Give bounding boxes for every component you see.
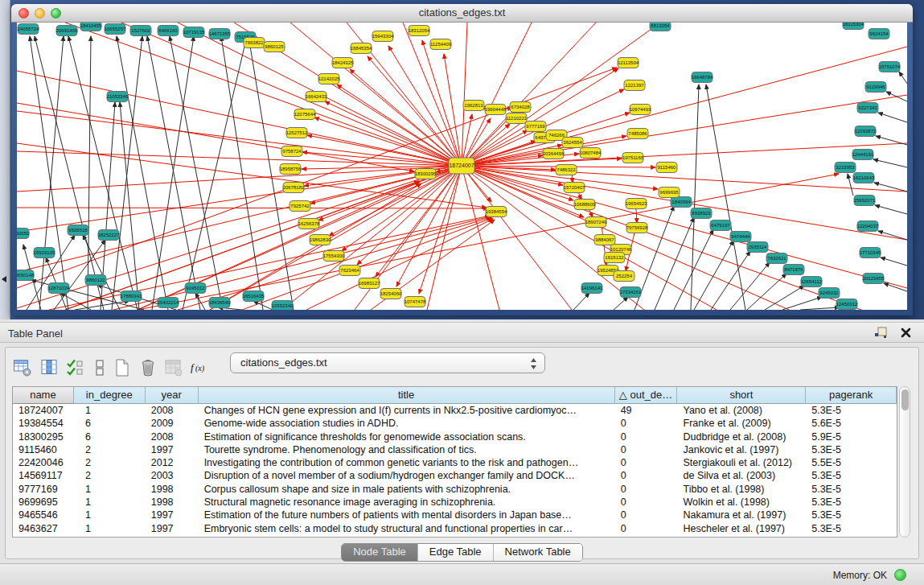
network-node[interactable]: 9115460 xyxy=(656,163,677,173)
table-cell[interactable]: 5.3E-5 xyxy=(806,522,897,535)
network-node[interactable]: 10688609 xyxy=(574,200,596,210)
network-node[interactable]: 7485086 xyxy=(627,129,648,139)
row-height-button[interactable] xyxy=(89,356,110,378)
column-header-year[interactable]: year xyxy=(146,387,199,404)
table-cell[interactable]: 18300295 xyxy=(13,431,74,443)
network-node[interactable]: 20678182 xyxy=(283,183,305,193)
table-cell[interactable]: 22420046 xyxy=(13,456,74,469)
table-cell[interactable]: Estimation of significance thresholds fo… xyxy=(199,431,615,443)
network-node[interactable]: 9245012 xyxy=(185,283,206,294)
network-node[interactable]: 21053346 xyxy=(107,92,129,102)
network-node[interactable]: 24055724 xyxy=(18,24,39,35)
table-cell[interactable]: Dudbridge et al. (2008) xyxy=(678,431,807,443)
table-cell[interactable]: Tourette syndrome. Phenomenology and cla… xyxy=(199,443,615,456)
network-edge[interactable] xyxy=(765,286,804,310)
table-row[interactable]: 1938455462009Genome-wide association stu… xyxy=(13,417,897,430)
network-node[interactable]: 1221397 xyxy=(624,80,645,91)
network-edge[interactable] xyxy=(17,111,462,166)
network-edge[interactable] xyxy=(800,307,840,310)
network-node[interactable]: 9245032 xyxy=(819,288,840,299)
row-selection-button[interactable] xyxy=(65,356,86,378)
network-node[interactable]: 20402214 xyxy=(158,298,179,308)
network-edge[interactable] xyxy=(314,117,462,166)
network-node[interactable]: 7632621 xyxy=(766,253,787,264)
network-node[interactable]: 8938923 xyxy=(691,208,712,219)
network-node[interactable]: 12450312 xyxy=(836,299,858,310)
table-cell[interactable]: 2008 xyxy=(146,404,199,417)
table-cell[interactable]: 5.3E-5 xyxy=(806,509,897,521)
network-node[interactable]: 9860125 xyxy=(264,42,285,52)
table-cell[interactable]: 1 xyxy=(74,496,146,509)
table-cell[interactable]: 6 xyxy=(74,417,146,430)
network-node[interactable]: 10654112 xyxy=(801,277,823,287)
network-node[interactable]: 12204037 xyxy=(857,221,879,232)
table-row[interactable]: 1872400712008Changes of HCN gene express… xyxy=(13,404,897,417)
network-edge[interactable] xyxy=(573,293,589,310)
table-row[interactable]: 977716911998Corpus callosum shape and si… xyxy=(13,483,897,496)
network-node[interactable]: 9860122 xyxy=(85,275,106,286)
network-edge[interactable] xyxy=(462,166,907,288)
table-row[interactable]: 969969511998Structural magnetic resonanc… xyxy=(13,496,897,509)
table-row[interactable]: 2242004622012Investigating the contribut… xyxy=(13,456,897,469)
table-cell[interactable]: Franke et al. (2009) xyxy=(678,417,807,430)
network-node[interactable]: 16648784 xyxy=(692,72,713,83)
network-node[interactable]: 252254 xyxy=(614,271,634,282)
network-node[interactable]: 16642433 xyxy=(306,92,327,102)
network-node[interactable]: 9758724 xyxy=(281,146,302,157)
scrollbar-thumb[interactable] xyxy=(901,389,909,410)
network-edge[interactable] xyxy=(876,136,907,145)
network-node[interactable]: 18300295 xyxy=(415,169,437,179)
memory-ok-indicator-icon[interactable] xyxy=(894,569,906,581)
network-edge[interactable] xyxy=(195,293,205,310)
network-node[interactable]: 12093872 xyxy=(855,126,877,137)
network-node[interactable]: 9227343 xyxy=(857,103,878,113)
network-node[interactable]: 17710345 xyxy=(860,248,881,258)
network-node[interactable]: 14671355 xyxy=(209,29,231,39)
network-node[interactable]: 7925742 xyxy=(290,201,310,212)
table-cell[interactable]: 1 xyxy=(74,522,146,535)
create-column-button[interactable] xyxy=(112,356,133,378)
table-cell[interactable]: 5.5E-5 xyxy=(806,456,897,469)
network-edge[interactable] xyxy=(462,166,499,310)
network-node[interactable]: 18958756 xyxy=(280,164,302,175)
network-node[interactable]: 1962813 xyxy=(463,101,484,111)
network-edge[interactable] xyxy=(881,257,907,266)
column-header-name[interactable]: name xyxy=(13,387,74,404)
network-node[interactable]: 10807484 xyxy=(580,148,602,159)
table-cell[interactable]: Disruption of a novel member of a sodium… xyxy=(199,469,615,482)
table-cell[interactable]: 0 xyxy=(615,483,678,496)
network-node[interactable]: 20691406 xyxy=(56,26,78,36)
network-node[interactable]: 12444191 xyxy=(852,150,874,160)
network-edge[interactable] xyxy=(711,251,750,310)
table-row[interactable]: 1830029562008Estimation of significance … xyxy=(13,431,897,443)
network-node[interactable]: 1527602 xyxy=(130,26,151,36)
table-cell[interactable]: 2009 xyxy=(146,417,199,430)
table-cell[interactable]: 5.6E-5 xyxy=(806,417,897,430)
network-node[interactable]: 18436540 xyxy=(209,298,231,308)
table-cell[interactable]: Structural magnetic resonance image aver… xyxy=(199,496,615,509)
network-edge[interactable] xyxy=(782,297,822,310)
column-header-in_degree[interactable]: in_degree xyxy=(74,387,146,404)
network-node[interactable]: 19654923 xyxy=(626,199,647,209)
network-node[interactable]: 15720407 xyxy=(564,183,585,193)
table-cell[interactable]: 1 xyxy=(74,509,146,521)
network-edge[interactable] xyxy=(694,241,733,310)
table-cell[interactable]: 2 xyxy=(74,469,146,482)
table-options-button[interactable] xyxy=(12,356,33,378)
network-node[interactable]: 17554300 xyxy=(323,251,345,262)
table-cell[interactable]: 9777169 xyxy=(13,483,74,496)
network-edge[interactable] xyxy=(886,92,907,101)
network-node[interactable]: 16983127 xyxy=(359,278,380,289)
network-edge[interactable] xyxy=(899,72,907,84)
column-visibility-button[interactable] xyxy=(39,356,60,378)
network-node[interactable]: 9129946 xyxy=(865,82,886,93)
table-row[interactable]: 1456911722003Disruption of a novel membe… xyxy=(13,469,897,482)
table-vertical-scrollbar[interactable] xyxy=(899,386,910,538)
network-node[interactable]: 3215953 xyxy=(835,163,856,173)
tab-node-table[interactable]: Node Table xyxy=(342,544,418,561)
network-node[interactable]: 79756928 xyxy=(626,223,648,233)
network-node[interactable]: 12871034 xyxy=(48,283,70,294)
table-cell[interactable]: 1 xyxy=(74,404,146,417)
network-node[interactable]: 8466160 xyxy=(158,26,179,36)
network-node[interactable]: 6734028 xyxy=(510,102,531,113)
